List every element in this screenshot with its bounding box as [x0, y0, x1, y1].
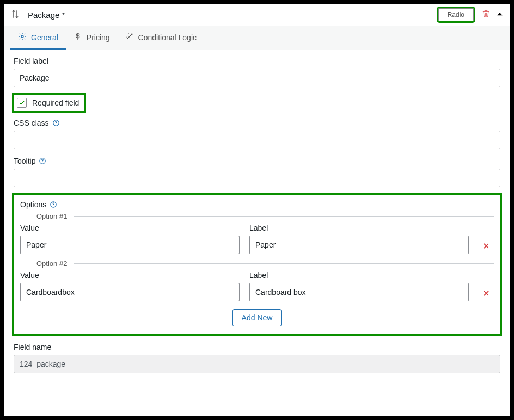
tooltip-row: Tooltip	[14, 157, 500, 187]
required-checkbox[interactable]	[17, 98, 27, 108]
css-class-row: CSS class	[14, 119, 500, 149]
help-icon[interactable]	[50, 201, 57, 208]
tooltip-input[interactable]	[14, 169, 500, 187]
tooltip-label: Tooltip	[14, 157, 35, 165]
tab-pricing-label: Pricing	[87, 33, 110, 42]
option-legend: Option #2	[32, 260, 71, 268]
option-legend: Option #1	[32, 212, 71, 220]
option-value-label: Value	[20, 224, 240, 232]
tabs: General Pricing Conditional Logic	[4, 26, 510, 50]
field-label-input[interactable]	[14, 69, 500, 87]
tab-general-label: General	[31, 33, 58, 42]
field-title: Package *	[28, 10, 65, 20]
css-class-label: CSS class	[14, 119, 49, 127]
collapse-toggle[interactable]	[496, 10, 504, 20]
tab-general[interactable]: General	[10, 26, 66, 50]
dollar-icon	[74, 32, 82, 42]
option-label-input[interactable]	[249, 283, 469, 301]
option-label-label: Label	[249, 271, 469, 280]
options-section: Options Option #1 Value Label	[14, 195, 500, 334]
options-title: Options	[20, 200, 46, 209]
field-header: Package * Radio	[4, 4, 510, 26]
tab-pricing[interactable]: Pricing	[66, 26, 118, 50]
option-remove-button[interactable]	[479, 289, 494, 301]
svg-point-0	[21, 35, 23, 38]
tab-conditional[interactable]: Conditional Logic	[118, 26, 204, 50]
delete-field-button[interactable]	[481, 9, 491, 20]
required-field-row[interactable]: Required field	[14, 95, 84, 111]
css-class-input[interactable]	[14, 131, 500, 149]
required-label: Required field	[32, 98, 79, 107]
field-name-row: Field name	[14, 343, 500, 373]
field-label-label: Field label	[14, 57, 48, 65]
field-label-row: Field label	[14, 57, 500, 87]
field-name-label: Field name	[14, 343, 51, 351]
field-name-input	[14, 355, 500, 373]
option-remove-button[interactable]	[479, 242, 494, 254]
option-value-label: Value	[20, 271, 240, 280]
gear-icon	[18, 32, 27, 42]
option-label-label: Label	[249, 224, 469, 232]
option-value-input[interactable]	[20, 283, 240, 301]
magic-wand-icon	[125, 32, 134, 42]
help-icon[interactable]	[39, 157, 46, 165]
add-new-option-button[interactable]: Add New	[232, 309, 282, 326]
option-1: Option #1 Value Label	[20, 212, 494, 254]
option-2: Option #2 Value Label	[20, 260, 494, 301]
drag-handle-icon[interactable]	[10, 9, 20, 21]
help-icon[interactable]	[52, 119, 60, 127]
tab-conditional-label: Conditional Logic	[138, 33, 197, 42]
field-type-badge: Radio	[438, 8, 474, 21]
option-value-input[interactable]	[20, 236, 240, 254]
option-label-input[interactable]	[249, 236, 469, 254]
